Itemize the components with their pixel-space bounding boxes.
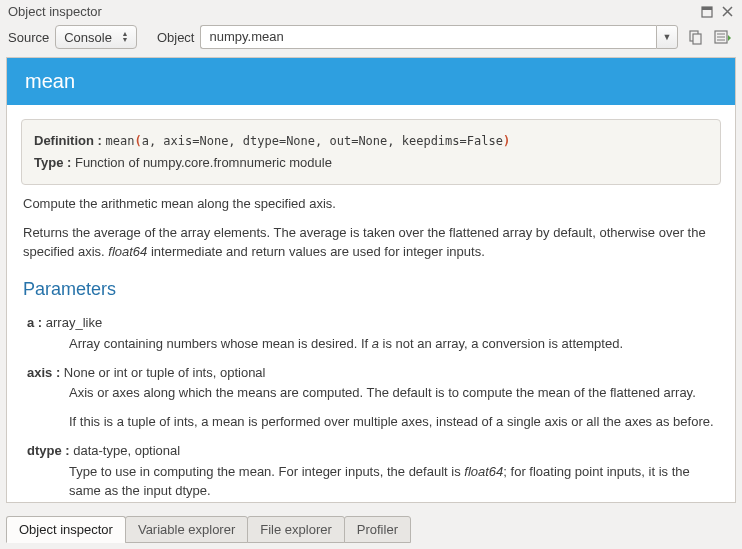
object-label: Object bbox=[157, 30, 195, 45]
tab-profiler[interactable]: Profiler bbox=[344, 516, 411, 543]
bottom-tabs: Object inspector Variable explorer File … bbox=[6, 516, 410, 543]
tab-object-inspector[interactable]: Object inspector bbox=[6, 516, 126, 543]
param-axis: axis : None or int or tuple of ints, opt… bbox=[27, 364, 719, 383]
svg-rect-3 bbox=[693, 34, 701, 44]
param-a: a : array_like bbox=[27, 314, 719, 333]
doc-title: mean bbox=[7, 58, 735, 105]
parameters-list: a : array_like Array containing numbers … bbox=[23, 314, 719, 501]
doc-body: Compute the arithmetic mean along the sp… bbox=[7, 195, 735, 500]
source-value: Console bbox=[64, 30, 112, 45]
toolbar: Source Console ▲▼ Object numpy.mean ▼ bbox=[0, 21, 742, 57]
copy-icon[interactable] bbox=[684, 26, 706, 48]
param-axis-desc2: If this is a tuple of ints, a mean is pe… bbox=[69, 413, 719, 432]
svg-rect-1 bbox=[702, 7, 712, 10]
param-a-desc: Array containing numbers whose mean is d… bbox=[69, 335, 719, 354]
definition-box: Definition : mean(a, axis=None, dtype=No… bbox=[21, 119, 721, 185]
undock-icon[interactable] bbox=[700, 5, 714, 19]
param-dtype-desc: Type to use in computing the mean. For i… bbox=[69, 463, 719, 501]
source-selector[interactable]: Console ▲▼ bbox=[55, 25, 137, 49]
object-dropdown-button[interactable]: ▼ bbox=[656, 25, 678, 49]
param-dtype: dtype : data-type, optional bbox=[27, 442, 719, 461]
object-value: numpy.mean bbox=[209, 29, 283, 44]
tab-file-explorer[interactable]: File explorer bbox=[247, 516, 345, 543]
definition-label: Definition : bbox=[34, 133, 102, 148]
tab-variable-explorer[interactable]: Variable explorer bbox=[125, 516, 248, 543]
object-input[interactable]: numpy.mean bbox=[200, 25, 656, 49]
type-label: Type : bbox=[34, 155, 71, 170]
param-axis-desc1: Axis or axes along which the means are c… bbox=[69, 384, 719, 403]
updown-icon: ▲▼ bbox=[120, 31, 130, 43]
close-icon[interactable] bbox=[720, 5, 734, 19]
source-label: Source bbox=[8, 30, 49, 45]
options-icon[interactable] bbox=[712, 26, 734, 48]
summary: Compute the arithmetic mean along the sp… bbox=[23, 195, 719, 214]
titlebar: Object inspector bbox=[0, 0, 742, 21]
description: Returns the average of the array element… bbox=[23, 224, 719, 262]
window-title: Object inspector bbox=[8, 4, 102, 19]
doc-area: mean Definition : mean(a, axis=None, dty… bbox=[6, 57, 736, 503]
parameters-heading: Parameters bbox=[23, 276, 719, 302]
signature: mean(a, axis=None, dtype=None, out=None,… bbox=[106, 134, 511, 148]
chevron-down-icon: ▼ bbox=[663, 32, 672, 42]
type-value: Function of numpy.core.fromnumeric modul… bbox=[75, 155, 332, 170]
